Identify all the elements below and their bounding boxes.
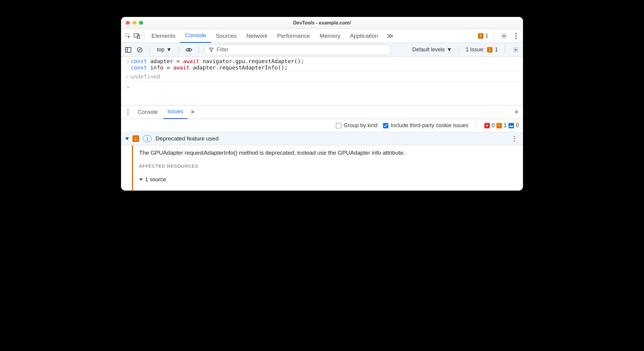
issue-title: Deprecated feature used <box>155 135 218 142</box>
warning-count: 1 <box>504 122 507 129</box>
main-toolbar: Elements Console Sources Network Perform… <box>121 29 523 43</box>
warning-icon: ! <box>478 33 483 39</box>
maximize-window-button[interactable] <box>139 21 143 25</box>
prompt-chevron-icon: › <box>125 84 131 90</box>
levels-divider <box>459 46 459 54</box>
live-expression-icon[interactable] <box>185 46 193 54</box>
issues-toolbar-divider <box>476 122 477 130</box>
svg-point-6 <box>515 37 517 39</box>
console-input-history[interactable]: › const adapter = await navigator.gpu.re… <box>121 57 523 72</box>
issue-count-pill: 1 <box>143 135 152 142</box>
subbar-divider-3 <box>199 46 199 54</box>
tab-network[interactable]: Network <box>242 29 273 43</box>
third-party-label: Include third-party cookie issues <box>391 122 468 129</box>
filter-input[interactable]: Filter <box>204 45 391 55</box>
filter-icon <box>209 47 214 52</box>
checkbox-icon <box>336 123 341 128</box>
device-toolbar-icon[interactable] <box>132 31 142 40</box>
tab-sources[interactable]: Sources <box>211 29 242 43</box>
svg-point-14 <box>127 111 129 113</box>
close-window-button[interactable] <box>126 21 130 25</box>
tab-performance[interactable]: Performance <box>272 29 315 43</box>
svg-point-13 <box>127 109 129 111</box>
tab-application[interactable]: Application <box>345 29 383 43</box>
dropdown-icon: ▼ <box>447 47 452 53</box>
console-subbar: top ▼ Filter Default levels ▼ 1 Issue: !… <box>121 43 523 57</box>
group-by-kind-label: Group by kind <box>344 122 378 129</box>
close-drawer-icon[interactable]: ✕ <box>512 109 521 115</box>
code-block: const adapter = await navigator.gpu.requ… <box>131 58 304 71</box>
source-label: 1 source <box>145 176 166 183</box>
close-drawer-tab-icon[interactable]: ✕ <box>189 109 197 115</box>
context-selector[interactable]: top ▼ <box>155 47 174 53</box>
info-icon: ▬ <box>509 123 514 128</box>
output-chevron-icon: ‹· <box>125 73 131 80</box>
issue-kebab-icon[interactable] <box>510 134 519 143</box>
levels-label: Default levels <box>412 47 445 53</box>
kebab-menu-icon[interactable] <box>512 31 521 40</box>
settings-gear-icon[interactable] <box>499 31 509 40</box>
svg-point-5 <box>515 35 517 36</box>
context-label: top <box>157 47 164 53</box>
svg-point-11 <box>188 49 190 51</box>
console-result[interactable]: ‹· undefined <box>121 72 523 82</box>
clear-console-icon[interactable] <box>135 46 144 54</box>
titlebar: DevTools - example.com/ <box>121 17 523 29</box>
issue-body: The GPUAdapter requestAdapterInfo() meth… <box>121 145 523 191</box>
tab-memory[interactable]: Memory <box>315 29 345 43</box>
svg-point-16 <box>514 136 515 137</box>
issue-count-toolbar[interactable]: ! 1 <box>478 33 488 39</box>
issue-counts: ×0 !1 ▬0 <box>484 122 519 129</box>
affected-resources-label: AFFECTED RESOURCES <box>139 163 405 169</box>
window-controls <box>126 21 143 25</box>
svg-point-15 <box>127 114 129 115</box>
log-levels-selector[interactable]: Default levels ▼ <box>412 47 452 53</box>
source-row[interactable]: 1 source <box>139 176 405 183</box>
error-icon: × <box>484 123 490 128</box>
console-output: › const adapter = await navigator.gpu.re… <box>121 57 523 105</box>
console-prompt[interactable]: › <box>121 82 523 99</box>
drawer-kebab-icon[interactable] <box>123 108 132 117</box>
svg-rect-1 <box>134 34 139 37</box>
toolbar-divider <box>144 32 144 40</box>
console-settings-gear-icon[interactable] <box>512 46 520 54</box>
warning-icon: ! <box>132 135 139 142</box>
expand-triangle-icon <box>139 178 143 181</box>
drawer-tab-issues[interactable]: Issues <box>163 105 187 119</box>
checkbox-checked-icon <box>383 123 388 128</box>
info-count: 0 <box>516 122 519 129</box>
drawer-tab-console[interactable]: Console <box>134 105 162 119</box>
subbar-divider-2 <box>179 46 179 54</box>
sidebar-toggle-icon[interactable] <box>124 46 132 54</box>
group-by-kind-checkbox[interactable]: Group by kind <box>336 122 378 129</box>
third-party-checkbox[interactable]: Include third-party cookie issues <box>383 122 468 129</box>
tab-console[interactable]: Console <box>180 29 211 43</box>
drawer-tabs: Console Issues ✕ ✕ <box>121 105 523 119</box>
subbar-divider <box>149 46 150 54</box>
svg-point-3 <box>503 35 505 37</box>
minimize-window-button[interactable] <box>132 21 136 25</box>
result-value: undefined <box>131 73 160 80</box>
issues-toolbar: Group by kind Include third-party cookie… <box>121 119 523 132</box>
tab-elements[interactable]: Elements <box>147 29 180 43</box>
panel-tabs: Elements Console Sources Network Perform… <box>147 29 397 43</box>
issues-count: 1 <box>495 47 498 53</box>
error-count: 0 <box>492 122 495 129</box>
toolbar-divider-2 <box>494 32 494 40</box>
more-tabs-button[interactable]: ≫ <box>383 32 397 40</box>
filter-placeholder: Filter <box>217 47 229 53</box>
levels-divider-2 <box>505 46 505 54</box>
svg-point-18 <box>514 140 515 141</box>
svg-point-4 <box>515 33 517 34</box>
warning-icon: ! <box>487 47 493 53</box>
warning-icon: ! <box>496 123 502 128</box>
dropdown-icon: ▼ <box>166 47 172 53</box>
svg-point-17 <box>514 138 515 139</box>
input-chevron-icon: › <box>125 58 131 64</box>
warn-count: 1 <box>485 33 488 39</box>
issue-row-header[interactable]: ! 1 Deprecated feature used <box>121 132 523 145</box>
svg-point-12 <box>515 49 517 50</box>
issues-summary[interactable]: 1 Issue: ! 1 <box>466 47 498 53</box>
svg-line-10 <box>138 48 141 51</box>
inspect-element-icon[interactable] <box>123 31 132 40</box>
